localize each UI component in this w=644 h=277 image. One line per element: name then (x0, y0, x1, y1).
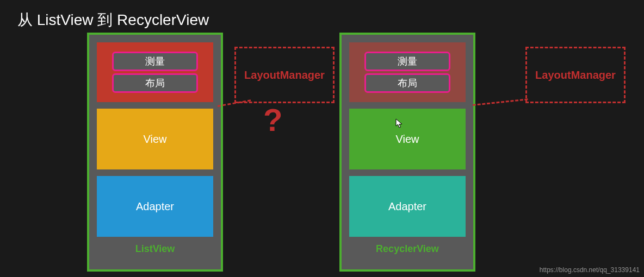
listview-callout: LayoutManager (234, 47, 335, 103)
recyclerview-adapter-block: Adapter (349, 176, 466, 237)
question-mark-icon: ? (263, 104, 282, 136)
recyclerview-top-block: 测量 布局 (349, 42, 466, 102)
recyclerview-callout-label: LayoutManager (535, 69, 616, 81)
credit-text: https://blog.csdn.net/qq_31339141 (540, 266, 640, 274)
recyclerview-caption: RecyclerView (349, 243, 466, 255)
listview-layout-pill: 布局 (112, 73, 198, 93)
listview-measure-pill: 测量 (112, 52, 198, 71)
recyclerview-callout: LayoutManager (525, 47, 626, 103)
page-title: 从 ListView 到 RecyclerView (17, 10, 209, 30)
listview-top-block: 测量 布局 (97, 42, 213, 102)
recyclerview-diagram: 测量 布局 View Adapter RecyclerView (339, 33, 475, 272)
listview-view-block: View (97, 109, 213, 169)
recyclerview-connector (473, 98, 528, 106)
listview-callout-label: LayoutManager (244, 69, 325, 81)
listview-diagram: 测量 布局 View Adapter ListView (87, 33, 223, 272)
recyclerview-measure-pill: 测量 (364, 52, 450, 71)
recyclerview-view-block: View (349, 109, 466, 169)
listview-caption: ListView (97, 243, 213, 255)
recyclerview-layout-pill: 布局 (364, 73, 450, 93)
listview-adapter-block: Adapter (97, 176, 213, 237)
